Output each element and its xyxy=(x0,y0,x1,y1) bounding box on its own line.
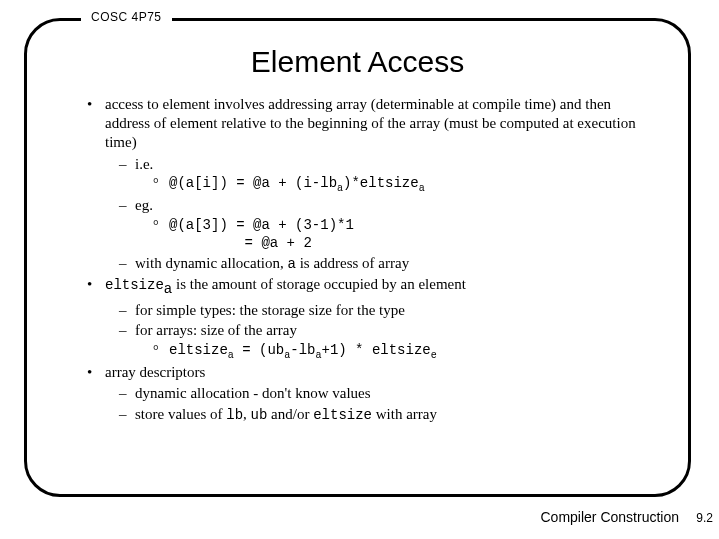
slide-content: access to element involves addressing ar… xyxy=(57,95,658,424)
slide-title: Element Access xyxy=(57,45,658,79)
footer-text: Compiler Construction xyxy=(541,509,680,525)
sub-bullet: for arrays: size of the array xyxy=(57,321,658,340)
bullet-1: access to element involves addressing ar… xyxy=(57,95,658,153)
sub-bullet: for simple types: the storage size for t… xyxy=(57,301,658,320)
page-number: 9.2 xyxy=(696,511,713,525)
sub-bullet: store values of lb, ub and/or eltsize wi… xyxy=(57,405,658,425)
code-line: eltsizea = (uba-lba+1) * eltsizee xyxy=(57,342,658,363)
bullet-2: eltsizea is the amount of storage occupi… xyxy=(57,275,658,299)
sub-bullet: with dynamic allocation, a is address of… xyxy=(57,254,658,274)
course-tag: COSC 4P75 xyxy=(81,10,172,24)
code-line: @(a[i]) = @a + (i-lba)*eltsizea xyxy=(57,175,658,196)
sub-bullet: eg. xyxy=(57,196,658,215)
sub-bullet: dynamic allocation - don't know values xyxy=(57,384,658,403)
sub-bullet: i.e. xyxy=(57,155,658,174)
slide-frame: COSC 4P75 Element Access access to eleme… xyxy=(24,18,691,497)
code-line: @(a[3]) = @a + (3-1)*1 xyxy=(57,217,658,235)
code-line-cont: = @a + 2 xyxy=(57,235,658,253)
bullet-3: array descriptors xyxy=(57,363,658,382)
